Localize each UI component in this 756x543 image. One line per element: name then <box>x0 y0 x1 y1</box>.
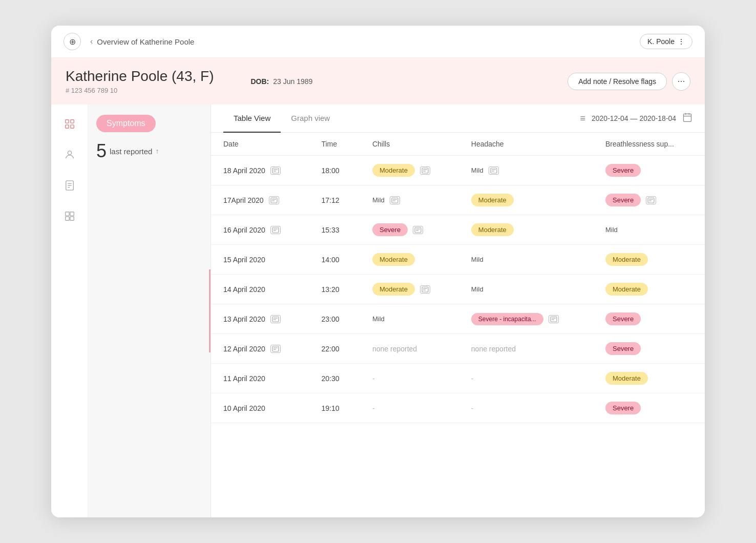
top-nav-right: K. Poole ⋮ <box>640 34 692 49</box>
chills-note-icon[interactable] <box>420 285 430 294</box>
headache-badge: Moderate <box>471 223 514 236</box>
headache-badge: Mild <box>471 256 484 263</box>
user-name: K. Poole <box>647 37 675 46</box>
svg-rect-1 <box>70 120 73 123</box>
breathlessness-badge: Mild <box>605 226 618 234</box>
cell-headache: - <box>459 364 593 393</box>
headache-dash: - <box>471 404 474 412</box>
cell-time: 15:33 <box>309 215 360 245</box>
chills-badge: Moderate <box>372 164 415 177</box>
user-badge[interactable]: K. Poole ⋮ <box>640 34 692 49</box>
cell-time: 13:20 <box>309 275 360 304</box>
date-note-icon[interactable] <box>270 315 281 323</box>
cell-breathlessness: Severe <box>593 304 705 334</box>
last-reported: 5 last reported ↑ <box>96 140 202 162</box>
breathlessness-note-icon[interactable] <box>646 196 656 204</box>
cell-time: 17:12 <box>309 185 360 215</box>
cell-chills: Moderate <box>360 156 459 185</box>
filter-icon[interactable]: ≡ <box>580 113 585 124</box>
svg-rect-0 <box>65 120 68 123</box>
date-note-icon[interactable] <box>270 166 281 175</box>
cell-date: 14 April 2020 <box>211 275 309 304</box>
cell-breathlessness: Moderate <box>593 245 705 275</box>
chills-dash: - <box>372 404 375 412</box>
sidebar-item-document[interactable] <box>60 176 79 195</box>
table-row: 14 April 202013:20Moderate MildModerate <box>211 275 705 304</box>
tab-table-view[interactable]: Table View <box>223 105 281 133</box>
date-value: 13 April 2020 <box>223 315 265 323</box>
table-row: 13 April 2020 23:00MildSevere - incapaci… <box>211 304 705 334</box>
cell-date: 16 April 2020 <box>211 215 309 245</box>
breathlessness-badge: Severe <box>605 342 641 355</box>
tabs-right: ≡ 2020-12-04 — 2020-18-04 <box>580 112 692 125</box>
cell-chills: Moderate <box>360 275 459 304</box>
sidebar-item-chart[interactable] <box>60 207 79 225</box>
more-options-button[interactable]: ··· <box>672 72 690 91</box>
add-note-button[interactable]: Add note / Resolve flags <box>568 73 667 90</box>
chills-badge: Severe <box>372 223 408 236</box>
cell-time: 19:10 <box>309 393 360 423</box>
date-note-icon[interactable] <box>270 345 281 353</box>
date-value: 10 April 2020 <box>223 404 265 412</box>
date-note-icon[interactable] <box>269 196 279 204</box>
table-row: 17April 2020 17:12Mild ModerateSevere <box>211 185 705 215</box>
cell-chills: Severe <box>360 215 459 245</box>
svg-rect-35 <box>272 227 279 233</box>
headache-note-icon[interactable] <box>549 315 559 323</box>
calendar-icon[interactable] <box>682 112 692 125</box>
cell-headache: Moderate <box>459 185 593 215</box>
cell-time: 20:30 <box>309 364 360 393</box>
svg-rect-26 <box>271 198 277 203</box>
sidebar-item-person[interactable] <box>60 145 79 164</box>
chills-note-icon[interactable] <box>413 226 423 234</box>
svg-rect-3 <box>70 125 73 128</box>
svg-rect-50 <box>272 346 279 351</box>
date-value: 16 April 2020 <box>223 226 265 234</box>
cell-time: 23:00 <box>309 304 360 334</box>
tab-graph-view[interactable]: Graph view <box>281 105 340 133</box>
symptoms-tag[interactable]: Symptoms <box>96 115 156 132</box>
table-row: 16 April 2020 15:33Severe ModerateMild <box>211 215 705 245</box>
cell-chills: none reported <box>360 334 459 364</box>
symptom-count: 5 <box>96 140 107 162</box>
back-arrow-icon[interactable]: ‹ <box>90 37 93 46</box>
svg-rect-11 <box>65 217 69 220</box>
svg-rect-13 <box>684 114 691 121</box>
right-content: Table View Graph view ≡ 2020-12-04 — 202… <box>211 105 705 517</box>
side-icons <box>51 105 88 517</box>
col-header-breathlessness: Breathlessness sup... <box>593 133 705 156</box>
svg-rect-23 <box>491 168 497 173</box>
patient-id: # 123 456 789 10 <box>66 87 214 94</box>
tabs-bar: Table View Graph view ≡ 2020-12-04 — 202… <box>211 105 705 133</box>
main-content: Symptoms 5 last reported ↑ Table View Gr… <box>51 105 705 517</box>
chills-note-icon[interactable] <box>390 196 400 204</box>
svg-rect-20 <box>422 168 428 173</box>
sidebar-item-gallery[interactable] <box>60 115 79 133</box>
svg-rect-41 <box>422 287 428 292</box>
cell-headache: Mild <box>459 245 593 275</box>
chills-none: none reported <box>372 345 417 353</box>
chills-badge: Moderate <box>372 253 415 266</box>
breadcrumb: Overview of Katherine Poole <box>97 37 194 46</box>
date-value: 11 April 2020 <box>223 374 265 383</box>
cell-headache: none reported <box>459 334 593 364</box>
patient-header-actions: Add note / Resolve flags ··· <box>568 72 690 91</box>
chills-badge: Mild <box>372 196 385 204</box>
headache-note-icon[interactable] <box>489 166 499 175</box>
cell-chills: - <box>360 364 459 393</box>
svg-rect-12 <box>70 217 73 220</box>
user-menu-icon[interactable]: ⋮ <box>678 37 685 46</box>
col-header-date: Date <box>211 133 309 156</box>
chills-note-icon[interactable] <box>420 166 430 175</box>
breathlessness-badge: Severe <box>605 402 641 414</box>
date-note-icon[interactable] <box>270 226 281 234</box>
cell-date: 15 April 2020 <box>211 245 309 275</box>
cell-date: 11 April 2020 <box>211 364 309 393</box>
patient-name: Katherine Poole (43, F) <box>66 68 214 85</box>
cell-chills: Mild <box>360 185 459 215</box>
patient-dob: DOB: 23 Jun 1989 <box>251 77 313 86</box>
cell-date: 13 April 2020 <box>211 304 309 334</box>
tabs-left: Table View Graph view <box>223 105 340 132</box>
top-nav-left: ⊕ ‹ Overview of Katherine Poole <box>64 33 194 50</box>
cell-chills: Mild <box>360 304 459 334</box>
